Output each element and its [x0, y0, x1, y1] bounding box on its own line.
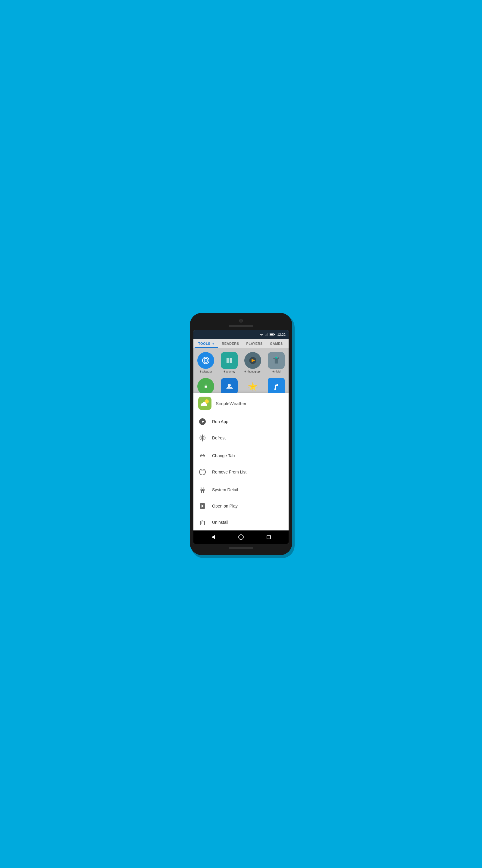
row2-4-icon [268, 378, 285, 393]
android-icon [198, 486, 207, 494]
svg-rect-33 [272, 382, 281, 391]
svg-rect-10 [205, 361, 207, 361]
svg-rect-3 [267, 333, 268, 336]
svg-rect-9 [205, 360, 207, 361]
svg-rect-0 [265, 335, 265, 336]
system-detail-label: System Detail [212, 487, 238, 492]
tab-players[interactable]: PLAYERS [243, 339, 266, 348]
plaid-icon [268, 352, 285, 369]
snowflake-icon [198, 434, 207, 442]
change-tab-item[interactable]: Change Tab [193, 447, 289, 464]
tab-games[interactable]: GAMES [266, 339, 287, 348]
context-menu-header: SimpleWeather [193, 393, 289, 413]
app-journey[interactable]: ✱Journey [218, 350, 240, 375]
svg-point-28 [228, 384, 231, 387]
svg-point-51 [201, 490, 202, 490]
system-detail-item[interactable]: System Detail [193, 482, 289, 498]
uninstall-item[interactable]: Uninstall [193, 514, 289, 530]
row2-1-icon [197, 378, 214, 393]
battery-icon [269, 333, 275, 336]
defrost-item[interactable]: Defrost [193, 430, 289, 446]
phone-screen: 12:22 TOOLS ▼ READERS PLAYERS GAMES [193, 330, 289, 544]
remove-from-list-label: Remove From List [212, 470, 247, 474]
app-row2-1[interactable] [195, 377, 217, 393]
simpleweather-icon [198, 397, 212, 410]
app-grid-partial [193, 377, 289, 393]
divider-2 [193, 481, 289, 481]
svg-rect-59 [201, 491, 202, 493]
svg-point-54 [201, 487, 201, 488]
wifi-icon [259, 333, 264, 336]
context-menu: SimpleWeather Run App [193, 393, 289, 530]
app-gigaget[interactable]: ✱GigaGet [195, 350, 217, 375]
app-plaid[interactable]: ✱Plaid [265, 350, 287, 375]
context-app-name-label: SimpleWeather [216, 401, 247, 406]
svg-rect-8 [204, 359, 207, 362]
svg-point-44 [199, 438, 200, 438]
svg-rect-13 [230, 358, 232, 363]
uninstall-label: Uninstall [212, 520, 228, 525]
svg-rect-2 [267, 334, 267, 336]
app-grid: ✱GigaGet ✱Journey [193, 348, 289, 377]
app-row2-2[interactable] [218, 377, 240, 393]
app-row2-3[interactable] [242, 377, 264, 393]
open-on-play-label: Open on Play [212, 504, 238, 508]
remove-icon [198, 468, 207, 476]
recents-button[interactable] [263, 531, 275, 543]
svg-rect-5 [275, 334, 275, 335]
status-bar: 12:22 [193, 330, 289, 339]
change-tab-label: Change Tab [212, 453, 235, 458]
app-phonograph[interactable]: ✱Phonograph [242, 350, 264, 375]
svg-marker-68 [212, 535, 215, 539]
open-on-play-item[interactable]: Open on Play [193, 498, 289, 514]
gigaget-label: ✱GigaGet [199, 370, 212, 373]
tab-tools[interactable]: TOOLS ▼ [195, 339, 218, 348]
home-button[interactable] [235, 531, 247, 543]
plaid-label: ✱Plaid [272, 370, 281, 373]
gigaget-icon [197, 352, 214, 369]
svg-point-69 [238, 535, 244, 539]
svg-point-56 [204, 487, 204, 488]
nav-bar [193, 530, 289, 544]
svg-rect-50 [201, 489, 204, 491]
svg-point-42 [202, 435, 203, 435]
phone-device: 12:22 TOOLS ▼ READERS PLAYERS GAMES [190, 313, 292, 555]
phonograph-icon [244, 352, 261, 369]
status-icons: 12:22 [259, 333, 286, 336]
svg-point-45 [205, 438, 206, 438]
tab-readers[interactable]: READERS [218, 339, 243, 348]
svg-rect-14 [227, 358, 229, 363]
svg-point-43 [202, 441, 203, 441]
trash-icon [198, 518, 207, 527]
phone-speaker-bottom [229, 547, 253, 549]
row2-2-icon [221, 378, 238, 393]
svg-rect-58 [204, 489, 205, 491]
dropdown-icon: ▼ [212, 343, 215, 345]
play-icon [198, 417, 207, 426]
run-app-item[interactable]: Run App [193, 413, 289, 430]
signal-icon [264, 333, 269, 336]
defrost-label: Defrost [212, 435, 226, 440]
journey-icon [221, 352, 238, 369]
svg-rect-26 [204, 387, 207, 388]
svg-rect-24 [204, 385, 207, 385]
svg-rect-6 [270, 334, 274, 336]
back-button[interactable] [207, 531, 219, 543]
remove-from-list-item[interactable]: Remove From List [193, 464, 289, 480]
row2-3-icon [244, 378, 261, 393]
svg-rect-60 [203, 491, 204, 493]
journey-label: ✱Journey [223, 370, 235, 373]
svg-rect-57 [200, 489, 201, 491]
phone-camera [239, 319, 243, 322]
change-tab-icon [198, 452, 207, 460]
svg-point-52 [203, 490, 203, 490]
app-row2-4[interactable] [265, 377, 287, 393]
phonograph-label: ✱Phonograph [244, 370, 261, 373]
svg-rect-25 [204, 386, 207, 387]
run-app-label: Run App [212, 419, 228, 424]
svg-rect-11 [225, 356, 233, 365]
play-store-icon [198, 502, 207, 510]
tab-bar: TOOLS ▼ READERS PLAYERS GAMES [193, 339, 289, 348]
svg-rect-70 [267, 535, 270, 539]
phone-speaker-top [229, 325, 253, 327]
